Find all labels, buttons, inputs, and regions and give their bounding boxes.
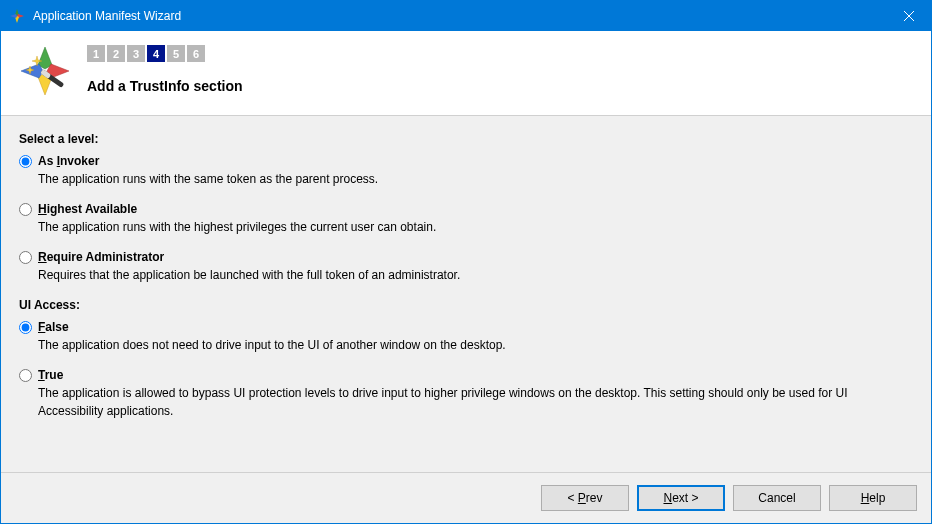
svg-marker-3 — [10, 14, 17, 18]
level-label-1[interactable]: Highest Available — [38, 202, 137, 216]
level-label-2[interactable]: Require Administrator — [38, 250, 164, 264]
help-button[interactable]: Help — [829, 485, 917, 511]
next-button[interactable]: Next > — [637, 485, 725, 511]
level-section-label: Select a level: — [19, 132, 913, 146]
close-icon — [904, 11, 914, 21]
level-radio-2[interactable] — [19, 251, 32, 264]
app-icon — [9, 8, 25, 24]
level-option-0: As InvokerThe application runs with the … — [19, 154, 913, 188]
level-option-2: Require AdministratorRequires that the a… — [19, 250, 913, 284]
uiaccess-label-1[interactable]: True — [38, 368, 63, 382]
uiaccess-desc-1: The application is allowed to bypass UI … — [38, 384, 913, 420]
step-indicator: 123456 — [87, 45, 913, 62]
uiaccess-radio-0[interactable] — [19, 321, 32, 334]
close-button[interactable] — [886, 1, 931, 31]
step-box-5: 5 — [167, 45, 185, 62]
wizard-icon — [19, 45, 71, 97]
level-desc-1: The application runs with the highest pr… — [38, 218, 913, 236]
level-label-0[interactable]: As Invoker — [38, 154, 99, 168]
level-desc-0: The application runs with the same token… — [38, 170, 913, 188]
wizard-header-content: 123456 Add a TrustInfo section — [87, 45, 913, 94]
step-box-6: 6 — [187, 45, 205, 62]
uiaccess-option-0: FalseThe application does not need to dr… — [19, 320, 913, 354]
uiaccess-desc-0: The application does not need to drive i… — [38, 336, 913, 354]
wizard-footer: < Prev Next > Cancel Help — [1, 472, 931, 523]
wizard-content: Select a level: As InvokerThe applicatio… — [1, 116, 931, 472]
wizard-header: 123456 Add a TrustInfo section — [1, 31, 931, 116]
wizard-step-title: Add a TrustInfo section — [87, 78, 913, 94]
level-option-1: Highest AvailableThe application runs wi… — [19, 202, 913, 236]
uiaccess-label-0[interactable]: False — [38, 320, 69, 334]
step-box-2: 2 — [107, 45, 125, 62]
titlebar-title: Application Manifest Wizard — [33, 9, 886, 23]
prev-button[interactable]: < Prev — [541, 485, 629, 511]
cancel-button[interactable]: Cancel — [733, 485, 821, 511]
uiaccess-section-label: UI Access: — [19, 298, 913, 312]
svg-marker-7 — [21, 64, 43, 78]
level-radio-1[interactable] — [19, 203, 32, 216]
uiaccess-option-1: TrueThe application is allowed to bypass… — [19, 368, 913, 420]
step-box-3: 3 — [127, 45, 145, 62]
level-radio-0[interactable] — [19, 155, 32, 168]
step-box-1: 1 — [87, 45, 105, 62]
step-box-4: 4 — [147, 45, 165, 62]
uiaccess-radio-1[interactable] — [19, 369, 32, 382]
titlebar: Application Manifest Wizard — [1, 1, 931, 31]
level-desc-2: Requires that the application be launche… — [38, 266, 913, 284]
